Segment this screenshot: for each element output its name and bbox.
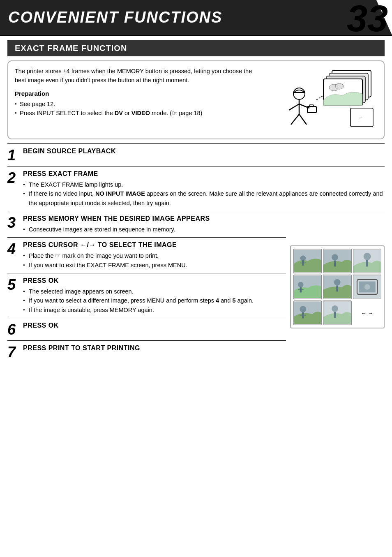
step-5-bullet-2: If you want to select a different image,… [23, 296, 286, 305]
prep-bullet-2: Press INPUT SELECT to select the DV or V… [15, 109, 265, 118]
step-5-bullet-3: If the image is unstable, press MEMORY a… [23, 305, 286, 314]
svg-text:☞: ☞ [359, 116, 362, 120]
thumb-5 [323, 275, 351, 299]
step-1-content: BEGIN SOURCE PLAYBACK [23, 147, 385, 156]
step-4: 4 PRESS CURSOR ←/→ TO SELECT THE IMAGE P… [7, 237, 286, 273]
svg-line-16 [316, 96, 323, 100]
frame-selection-grid: ← → [290, 245, 385, 328]
steps-right-image: ← → [286, 237, 385, 363]
thumb-3 [353, 249, 381, 273]
thumb-arrow: ← → [353, 300, 381, 325]
intro-illustration: ☞ [270, 67, 377, 133]
thumb-7 [293, 300, 322, 325]
step-2-number: 2 [7, 170, 23, 185]
thumb-2 [323, 249, 351, 273]
step-3-heading: PRESS MEMORY WHEN THE DESIRED IMAGE APPE… [23, 215, 385, 223]
step-3: 3 PRESS MEMORY WHEN THE DESIRED IMAGE AP… [7, 211, 385, 237]
step-3-bullets: Consecutive images are stored in sequenc… [23, 225, 385, 234]
intro-paragraph: The printer stores ±4 frames when the ME… [15, 67, 265, 85]
step-3-bullet-1: Consecutive images are stored in sequenc… [23, 225, 385, 234]
preparation-title: Preparation [15, 89, 265, 99]
step-2: 2 PRESS EXACT FRAME The EXACT FRAME lamp… [7, 166, 385, 211]
step-4-bullets: Place the ☞ mark on the image you want t… [23, 251, 286, 270]
step-5-bullets: The selected image appears on screen. If… [23, 287, 286, 314]
svg-rect-28 [366, 260, 368, 267]
step-6-number: 6 [7, 321, 23, 337]
page-header: CONVENIENT FUNCTIONS 33 [0, 0, 392, 36]
step-5-bullet-1: The selected image appears on screen. [23, 287, 286, 296]
preparation-bullets: See page 12. Press INPUT SELECT to selec… [15, 100, 265, 118]
svg-point-6 [335, 83, 344, 89]
svg-rect-46 [334, 312, 336, 318]
prep-bullet-1: See page 12. [15, 100, 265, 109]
svg-line-9 [289, 104, 299, 110]
svg-line-11 [291, 114, 299, 125]
intro-text-block: The printer stores ±4 frames when the ME… [15, 67, 265, 118]
step-2-heading: PRESS EXACT FRAME [23, 170, 385, 178]
step-1-heading: BEGIN SOURCE PLAYBACK [23, 147, 385, 156]
svg-rect-25 [334, 261, 336, 267]
step-6: 6 PRESS OK [7, 318, 286, 340]
page-number: 33 [347, 0, 388, 37]
step-5-content: PRESS OK The selected image appears on s… [23, 277, 286, 314]
page-title: CONVENIENT FUNCTIONS [8, 9, 222, 26]
step-4-bullet-2: If you want to exit the EXACT FRAME scre… [23, 261, 286, 270]
svg-point-24 [332, 254, 339, 261]
intro-svg: ☞ [270, 67, 377, 133]
step-2-bullet-1: The EXACT FRAME lamp lights up. [23, 180, 385, 189]
step-5-number: 5 [7, 277, 23, 292]
svg-point-45 [332, 306, 339, 312]
step-2-bullets: The EXACT FRAME lamp lights up. If there… [23, 180, 385, 208]
step-3-number: 3 [7, 215, 23, 230]
step-4-bullet-1: Place the ☞ mark on the image you want t… [23, 251, 286, 260]
step-4-number: 4 [7, 241, 23, 257]
svg-point-30 [298, 282, 303, 287]
step-7-content: PRESS PRINT TO START PRINTING [23, 344, 286, 353]
step-7-heading: PRESS PRINT TO START PRINTING [23, 344, 286, 353]
step-7-number: 7 [7, 344, 23, 360]
step-1: 1 BEGIN SOURCE PLAYBACK [7, 143, 385, 166]
step-2-bullet-2: If there is no video input, NO INPUT IMA… [23, 189, 385, 208]
step-4-content: PRESS CURSOR ←/→ TO SELECT THE IMAGE Pla… [23, 241, 286, 270]
svg-point-34 [334, 279, 341, 286]
svg-point-27 [363, 253, 371, 260]
svg-rect-35 [337, 286, 338, 292]
step-7: 7 PRESS PRINT TO START PRINTING [7, 340, 286, 363]
steps-right-section: 4 PRESS CURSOR ←/→ TO SELECT THE IMAGE P… [7, 237, 385, 363]
step-3-content: PRESS MEMORY WHEN THE DESIRED IMAGE APPE… [23, 215, 385, 234]
intro-box: The printer stores ±4 frames when the ME… [7, 60, 385, 139]
step-6-content: PRESS OK [23, 321, 286, 330]
svg-point-41 [300, 306, 307, 313]
section-heading: EXACT FRAME FUNCTION [7, 40, 385, 56]
step-1-number: 1 [7, 147, 23, 163]
svg-rect-14 [309, 105, 314, 107]
steps-container: 1 BEGIN SOURCE PLAYBACK 2 PRESS EXACT FR… [7, 143, 385, 363]
thumb-1 [293, 249, 322, 273]
step-2-content: PRESS EXACT FRAME The EXACT FRAME lamp l… [23, 170, 385, 208]
svg-line-10 [299, 104, 309, 108]
steps-left: 4 PRESS CURSOR ←/→ TO SELECT THE IMAGE P… [7, 237, 286, 363]
step-4-heading: PRESS CURSOR ←/→ TO SELECT THE IMAGE [23, 241, 286, 250]
svg-point-39 [364, 284, 370, 290]
svg-line-12 [299, 114, 307, 125]
header-title-block: CONVENIENT FUNCTIONS [0, 0, 392, 35]
step-5-heading: PRESS OK [23, 277, 286, 285]
thumb-8 [323, 300, 351, 325]
step-6-heading: PRESS OK [23, 321, 286, 330]
thumb-4 [293, 275, 322, 299]
step-5: 5 PRESS OK The selected image appears on… [7, 273, 286, 318]
thumb-6 [353, 275, 381, 299]
cursor-arrow-indicator: ← → [361, 310, 374, 316]
